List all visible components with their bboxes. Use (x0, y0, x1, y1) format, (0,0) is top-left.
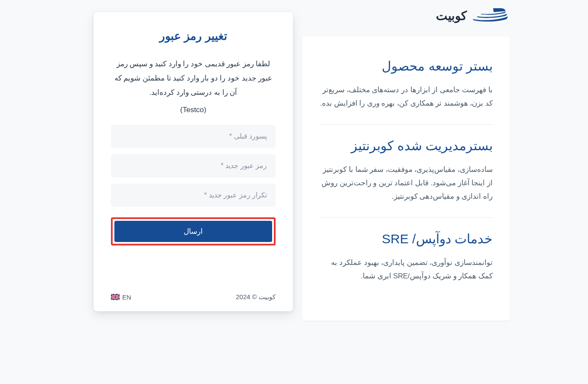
feature-block: بستر توسعه محصول با فهرست جامعی از ابزار… (319, 57, 493, 125)
feature-desc: ساده‌سازی، مقیاس‌پذیری، موفقیت، سفر شما … (319, 163, 493, 203)
header: کوبیت (436, 6, 510, 25)
copyright: کوبیت © 2024 (236, 293, 276, 301)
feature-title: خدمات دوآپس/ SRE (319, 230, 493, 248)
form-company: (Testco) (111, 106, 276, 114)
brand-name: کوبیت (436, 9, 467, 23)
features-panel: بستر توسعه محصول با فهرست جامعی از ابزار… (302, 36, 510, 321)
form-title: تغییر رمز عبور (111, 29, 276, 43)
card-footer: EN کوبیت © 2024 (111, 293, 276, 301)
feature-block: بسترمدیریت شده کوبرنتیز ساده‌سازی، مقیاس… (319, 137, 493, 218)
confirm-password-input[interactable] (111, 184, 276, 207)
change-password-card: تغییر رمز عبور لطفا رمز عبور قدیمی خود ر… (94, 12, 293, 311)
new-password-input[interactable] (111, 154, 276, 177)
language-switcher[interactable]: EN (111, 294, 131, 301)
feature-block: خدمات دوآپس/ SRE توانمندسازی نوآوری، تضم… (319, 230, 493, 283)
submit-highlight: ارسال (111, 217, 276, 245)
feature-desc: با فهرست جامعی از ابزارها در دسته‌های مخ… (319, 83, 493, 110)
language-label: EN (122, 294, 131, 301)
feature-title: بستر توسعه محصول (319, 57, 493, 75)
feature-title: بسترمدیریت شده کوبرنتیز (319, 137, 493, 155)
feature-desc: توانمندسازی نوآوری، تضمین پایداری، بهبود… (319, 256, 493, 283)
submit-button[interactable]: ارسال (114, 221, 272, 242)
uk-flag-icon (111, 294, 120, 300)
old-password-input[interactable] (111, 125, 276, 148)
form-intro: لطفا رمز عبور قدیمی خود را وارد کنید و س… (111, 57, 276, 100)
boat-logo-icon (471, 6, 510, 25)
